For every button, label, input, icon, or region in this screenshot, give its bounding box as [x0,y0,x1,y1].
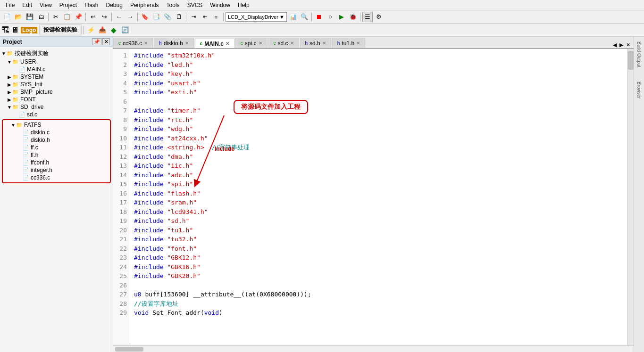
tab-scroll-right[interactable]: ▶ [618,42,625,48]
tab-tu1h[interactable]: h tu1.h ✕ [332,38,365,48]
stop-btn[interactable]: ⏹ [314,12,324,22]
tree-item-sdc[interactable]: 📄 sd.c [0,111,113,118]
forward-btn[interactable]: → [125,12,135,22]
tab-label-diskioh: diskio.h [164,40,183,47]
menu-window[interactable]: Window [206,1,234,9]
bookmark2-btn[interactable]: 📑 [151,12,161,22]
build-output-label[interactable]: Build Output [636,41,642,67]
align-btn[interactable]: ≡ [211,12,221,22]
tree-item-system[interactable]: ▶ 📁 SYSTEM [0,73,113,81]
tree-item-ffc[interactable]: 📄 ff.c [4,144,109,151]
expand-ffh-icon [17,153,23,158]
debug-btn[interactable]: 🐞 [348,12,358,22]
expand-diskioh-icon [17,138,23,143]
menu-peripherals[interactable]: Peripherals [126,1,163,9]
settings-btn[interactable]: ⚙ [374,12,384,22]
cut-btn[interactable]: ✂ [50,12,61,22]
menu-help[interactable]: Help [234,1,253,9]
tree-label-bmp: BMP_picture [20,89,53,95]
tab-close-all[interactable]: ✕ [625,42,632,48]
new-file-btn[interactable]: 📄 [2,12,12,22]
driver-dropdown[interactable]: LCD_X_DisplayDriver ▼ [226,12,287,22]
right-sidebar: Build Output Browser [634,37,644,352]
load-btn[interactable]: 📥 [97,25,108,35]
open-btn[interactable]: 📂 [13,12,24,22]
scrollbar-thumb[interactable] [628,51,634,70]
sidebar-close-btn[interactable]: ✕ [102,38,110,45]
tree-item-ffh[interactable]: 📄 ff.h [4,151,109,159]
tab-mainc[interactable]: c MAIN.c ✕ [195,39,234,49]
sep3 [111,13,112,21]
cpu-btn[interactable]: ⚡ [86,25,96,35]
tab-scroll-left[interactable]: ◀ [611,42,618,48]
save-btn[interactable]: 💾 [25,12,35,22]
tab-close-diskioh[interactable]: ✕ [185,41,189,46]
tab-icon-diskioh: h [159,41,162,46]
bookmark-btn[interactable]: 🔖 [140,12,150,22]
tree-item-fatfs[interactable]: ▼ 📁 FATFS [4,121,109,129]
expand-sddrive-icon: ▼ [7,105,12,110]
tab-label-tu1h: tu1.h [342,40,354,47]
run-btn[interactable]: ▶ [336,12,347,22]
outdent-btn[interactable]: ⇤ [200,12,210,22]
copy-btn[interactable]: 📋 [62,12,72,22]
horizontal-scrollbar[interactable] [113,345,634,352]
tab-icon-sdc: c [274,41,276,46]
tab-close-tu1h[interactable]: ✕ [356,41,360,46]
build-btn[interactable]: ◆ [109,25,119,35]
undo-btn[interactable]: ↩ [88,12,98,22]
tab-close-mainc[interactable]: ✕ [226,41,229,46]
tab-sdc[interactable]: c sd.c ✕ [268,38,299,48]
tree-item-root[interactable]: ▼ 📁 按键检测实验 [0,49,113,58]
vertical-scrollbar[interactable] [627,49,634,345]
tree-item-ffconfh[interactable]: 📄 ffconf.h [4,159,109,166]
tab-spic[interactable]: c spi.c ✕ [235,38,268,48]
menu-view[interactable]: View [36,1,56,9]
indent-btn[interactable]: ⇥ [188,12,199,22]
expand-diskioc-icon [17,130,23,135]
tab-close-cc936c[interactable]: ✕ [144,41,148,46]
expand-integerh-icon [17,168,23,173]
tree-item-sysinit[interactable]: ▶ 📁 SYS_Init [0,81,113,88]
paste-btn[interactable]: 📌 [73,12,84,22]
tree-label-user: USER [20,58,36,65]
rebuild-btn[interactable]: 🔄 [120,25,130,35]
tree-item-font[interactable]: ▶ 📁 FONT [0,96,113,103]
menu-tools[interactable]: Tools [163,1,184,9]
tree-item-main[interactable]: 📄 MAIN.c [0,65,113,73]
browser-label[interactable]: Browser [636,82,642,99]
tab-close-sdc[interactable]: ✕ [290,41,294,46]
redo-btn[interactable]: ↪ [99,12,109,22]
tab-close-spic[interactable]: ✕ [259,41,262,46]
tree-item-user[interactable]: ▼ 📁 USER [0,58,113,65]
bookmark3-btn[interactable]: 📎 [162,12,173,22]
tab-bar: c cc936.c ✕ h diskio.h ✕ c MAIN.c ✕ c sp… [113,37,634,49]
menu-file[interactable]: File [2,1,18,9]
tree-item-sddrive[interactable]: ▼ 📁 SD_drive [0,103,113,111]
menu-edit[interactable]: Edit [18,1,36,9]
tree-item-diskioh[interactable]: 📄 diskio.h [4,136,109,144]
hscroll-thumb[interactable] [115,347,143,352]
expand-user-icon: ▼ [7,59,12,65]
tab-close-sdh[interactable]: ✕ [322,41,326,46]
menu-debug[interactable]: Debug [102,1,126,9]
view-btn[interactable]: ☰ [362,12,373,22]
bookmark4-btn[interactable]: 🗒 [174,12,184,22]
expand-font-icon: ▶ [7,97,12,102]
tree-item-diskioc[interactable]: 📄 diskio.c [4,129,109,136]
tree-item-bmp[interactable]: ▶ 📁 BMP_picture [0,88,113,96]
driver-btn2[interactable]: 🔍 [299,12,309,22]
tab-diskioh[interactable]: h diskio.h ✕ [154,38,193,48]
tree-item-cc936c[interactable]: 📄 cc936.c [4,174,109,181]
circle-btn[interactable]: ○ [325,12,335,22]
menu-flash[interactable]: Flash [81,1,102,9]
back-btn[interactable]: ← [114,12,124,22]
tree-item-integerh[interactable]: 📄 integer.h [4,166,109,174]
tab-cc936c[interactable]: c cc936.c ✕ [113,38,153,48]
sidebar-pin-btn[interactable]: 📌 [92,38,101,45]
save-all-btn[interactable]: 🗂 [36,12,46,22]
menu-project[interactable]: Project [56,1,81,9]
tab-sdh[interactable]: h sd.h ✕ [300,38,331,48]
menu-svcs[interactable]: SVCS [184,1,207,9]
driver-btn1[interactable]: 📊 [288,12,298,22]
